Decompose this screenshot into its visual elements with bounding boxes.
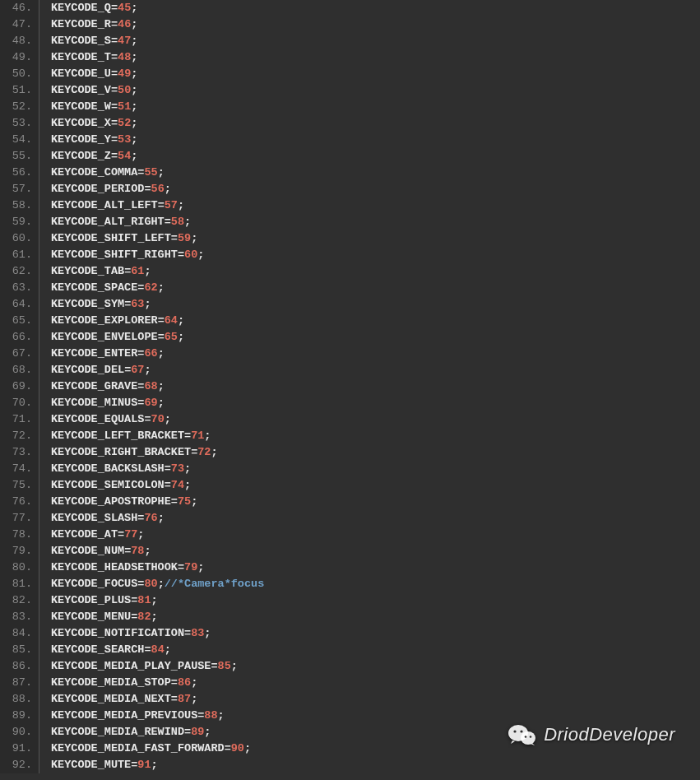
code-line: KEYCODE_ALT_LEFT=57; <box>51 197 700 214</box>
semicolon: ; <box>231 660 238 672</box>
semicolon: ; <box>211 446 217 458</box>
operator-equals: = <box>111 84 118 96</box>
number-literal: 87 <box>178 693 191 705</box>
number-literal: 90 <box>231 742 244 754</box>
code-line: KEYCODE_MENU=82; <box>51 609 700 625</box>
number-literal: 65 <box>165 331 178 343</box>
code-line: KEYCODE_SPACE=62; <box>51 280 700 296</box>
semicolon: ; <box>151 594 158 606</box>
number-literal: 45 <box>118 2 131 14</box>
number-literal: 47 <box>118 35 131 47</box>
semicolon: ; <box>184 216 191 228</box>
identifier: KEYCODE_SPACE <box>51 281 137 294</box>
number-literal: 73 <box>171 462 184 475</box>
code-line: KEYCODE_U=49; <box>51 66 700 82</box>
identifier: KEYCODE_SHIFT_RIGHT <box>51 248 178 261</box>
number-literal: 69 <box>144 397 157 409</box>
code-line: KEYCODE_V=50; <box>51 82 700 99</box>
identifier: KEYCODE_T <box>51 51 111 63</box>
semicolon: ; <box>191 232 197 244</box>
line-number: 72. <box>0 428 32 444</box>
code-line: KEYCODE_SHIFT_LEFT=59; <box>51 230 700 247</box>
identifier: KEYCODE_GRAVE <box>51 380 137 392</box>
code-line: KEYCODE_MEDIA_PLAY_PAUSE=85; <box>51 658 700 675</box>
line-number: 89. <box>0 708 32 724</box>
number-literal: 85 <box>218 660 231 672</box>
line-number: 49. <box>0 49 32 66</box>
code-line: KEYCODE_SEARCH=84; <box>51 642 700 658</box>
number-literal: 71 <box>191 429 204 442</box>
number-literal: 57 <box>165 199 178 211</box>
identifier: KEYCODE_Z <box>51 150 111 162</box>
line-number: 91. <box>0 741 32 757</box>
code-area[interactable]: KEYCODE_Q=45;KEYCODE_R=46;KEYCODE_S=47;K… <box>39 0 700 773</box>
line-number: 81. <box>0 576 32 592</box>
number-literal: 52 <box>118 117 131 129</box>
identifier: KEYCODE_MEDIA_PREVIOUS <box>51 709 197 722</box>
identifier: KEYCODE_AT <box>51 528 118 541</box>
code-line: KEYCODE_BACKSLASH=73; <box>51 461 700 477</box>
identifier: KEYCODE_MUTE <box>51 759 131 771</box>
operator-equals: = <box>225 742 231 754</box>
line-number: 85. <box>0 642 32 658</box>
number-literal: 64 <box>165 314 178 327</box>
line-number: 62. <box>0 263 32 280</box>
operator-equals: = <box>171 693 178 705</box>
semicolon: ; <box>165 643 171 656</box>
semicolon: ; <box>158 512 165 524</box>
semicolon: ; <box>137 528 144 541</box>
identifier: KEYCODE_ALT_LEFT <box>51 199 158 211</box>
code-line: KEYCODE_TAB=61; <box>51 263 700 280</box>
line-number: 63. <box>0 280 32 296</box>
line-number: 84. <box>0 625 32 642</box>
identifier: KEYCODE_V <box>51 84 111 96</box>
line-number: 68. <box>0 362 32 378</box>
line-number-gutter: 46.47.48.49.50.51.52.53.54.55.56.57.58.5… <box>0 0 39 773</box>
identifier: KEYCODE_FOCUS <box>51 578 137 590</box>
semicolon: ; <box>131 117 137 129</box>
line-number: 80. <box>0 559 32 576</box>
code-line: KEYCODE_Q=45; <box>51 0 700 16</box>
operator-equals: = <box>144 643 151 656</box>
comment: //*Camera*focus <box>165 578 265 590</box>
code-line: KEYCODE_DEL=67; <box>51 362 700 378</box>
operator-equals: = <box>111 2 118 14</box>
semicolon: ; <box>204 726 211 738</box>
identifier: KEYCODE_PLUS <box>51 594 131 606</box>
line-number: 66. <box>0 329 32 346</box>
semicolon: ; <box>131 150 137 162</box>
operator-equals: = <box>171 232 178 244</box>
operator-equals: = <box>165 216 171 228</box>
identifier: KEYCODE_SHIFT_LEFT <box>51 232 171 244</box>
operator-equals: = <box>165 479 171 491</box>
identifier: KEYCODE_EQUALS <box>51 413 144 425</box>
code-line: KEYCODE_MEDIA_NEXT=87; <box>51 691 700 708</box>
identifier: KEYCODE_NUM <box>51 545 124 557</box>
line-number: 57. <box>0 181 32 197</box>
semicolon: ; <box>218 709 225 722</box>
semicolon: ; <box>131 2 137 14</box>
operator-equals: = <box>171 495 178 508</box>
identifier: KEYCODE_LEFT_BRACKET <box>51 429 184 442</box>
operator-equals: = <box>178 248 184 261</box>
identifier: KEYCODE_R <box>51 18 111 30</box>
identifier: KEYCODE_APOSTROPHE <box>51 495 171 508</box>
operator-equals: = <box>118 528 124 541</box>
line-number: 87. <box>0 675 32 691</box>
identifier: KEYCODE_W <box>51 100 111 113</box>
code-line: KEYCODE_S=47; <box>51 33 700 49</box>
identifier: KEYCODE_MEDIA_STOP <box>51 676 171 689</box>
number-literal: 53 <box>118 133 131 146</box>
code-line: KEYCODE_MINUS=69; <box>51 395 700 411</box>
semicolon: ; <box>158 578 165 590</box>
operator-equals: = <box>171 676 178 689</box>
code-line: KEYCODE_GRAVE=68; <box>51 378 700 395</box>
code-line: KEYCODE_T=48; <box>51 49 700 66</box>
operator-equals: = <box>144 183 151 195</box>
operator-equals: = <box>184 429 191 442</box>
code-line: KEYCODE_MEDIA_REWIND=89; <box>51 724 700 741</box>
code-line: KEYCODE_PLUS=81; <box>51 592 700 609</box>
code-line: KEYCODE_ENTER=66; <box>51 346 700 362</box>
number-literal: 82 <box>137 611 151 623</box>
number-literal: 49 <box>118 67 131 80</box>
